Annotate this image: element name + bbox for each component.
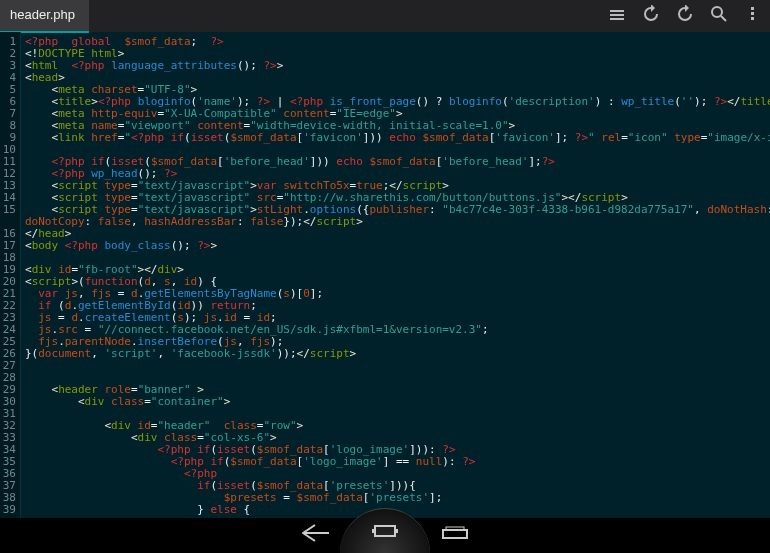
code-line[interactable]: <body <?php body_class(); ?>> [25,240,770,252]
line-number: 15 [2,204,16,216]
overflow-icon[interactable] [736,5,770,27]
svg-line-1 [721,16,726,21]
code-area[interactable]: <?php global $smof_data; ?><!DOCTYPE htm… [21,32,770,518]
code-line[interactable]: doNotCopy: false, hashAddressBar: false}… [25,216,770,228]
redo-icon[interactable] [668,5,702,27]
code-line[interactable]: <?php global $smof_data; ?> [25,36,770,48]
svg-rect-4 [751,17,754,20]
svg-rect-6 [372,529,374,533]
code-editor[interactable]: 1234567891011121314151617181920212223242… [0,32,770,518]
save-icon[interactable] [600,7,634,25]
line-gutter: 1234567891011121314151617181920212223242… [0,32,21,518]
svg-point-0 [712,7,722,17]
svg-rect-9 [446,527,464,530]
search-icon[interactable] [702,5,736,27]
back-button[interactable] [301,523,331,548]
code-line[interactable]: <div class="container"> [25,396,770,408]
code-line[interactable]: }(document, 'script', 'facebook-jssdk'))… [25,348,770,360]
undo-icon[interactable] [634,5,668,27]
svg-rect-5 [375,526,395,536]
svg-rect-7 [396,529,398,533]
android-navbar [0,518,770,553]
svg-rect-8 [443,530,467,538]
code-line[interactable]: <link href="<?php if(isset($smof_data['f… [25,132,770,144]
svg-rect-3 [751,12,754,15]
title-bar: header.php [0,0,770,32]
code-line[interactable]: <html <?php language_attributes(); ?>> [25,60,770,72]
tab-title: header.php [10,7,75,22]
code-line[interactable] [25,360,770,372]
svg-rect-2 [751,7,754,10]
recents-button[interactable] [441,524,469,548]
line-number: 39 [2,504,16,516]
file-tab[interactable]: header.php [0,0,89,33]
